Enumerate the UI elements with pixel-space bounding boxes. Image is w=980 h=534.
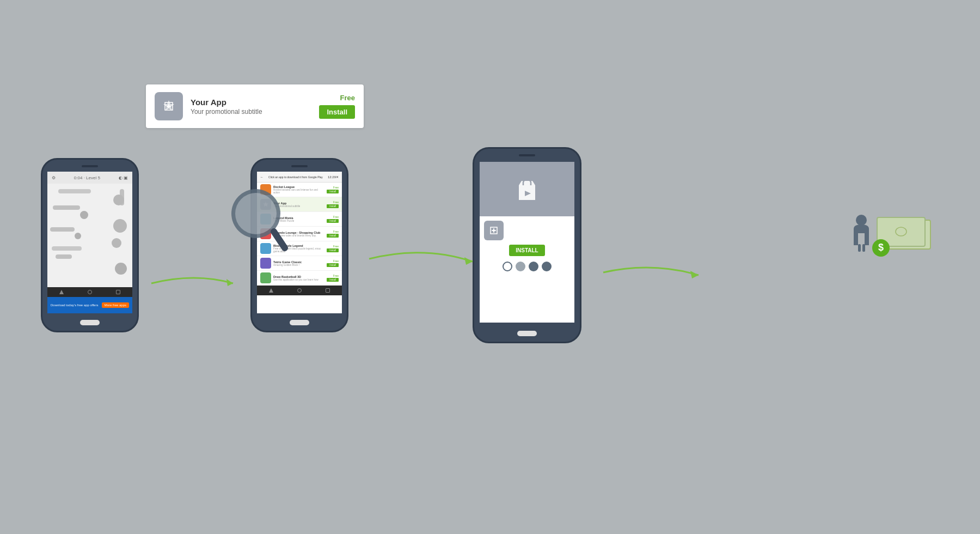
store-item-right-highlight: Free Install <box>327 201 339 208</box>
ad-price: Free <box>340 94 355 102</box>
game-element <box>52 246 82 251</box>
svg-marker-6 <box>690 271 699 278</box>
store-price-7: Free <box>333 274 339 277</box>
dollar-circle: $ <box>872 239 890 257</box>
phone1-home-btn <box>80 320 100 325</box>
recent-nav-icon-2 <box>326 288 330 293</box>
store-item-info-7: Draw Basketball 3D Use this application … <box>273 275 324 281</box>
store-app-icon-6 <box>260 258 271 269</box>
store-title-text: Click an app to download it from Google … <box>264 175 328 179</box>
game-element <box>113 219 127 233</box>
detail-dot-2 <box>516 262 525 271</box>
store-item-6: Tetris Game Classic Amazing Golden Block… <box>257 256 342 271</box>
game-ad-banner: Download today's free app offers More fr… <box>47 297 132 313</box>
detail-body: INSTALL <box>480 216 574 276</box>
home-nav-icon <box>88 290 92 294</box>
ad-app-icon <box>155 92 183 120</box>
phone1-screen: ⚙ 0:04 · Level 5 ◐ ▣ Download today's fr… <box>47 172 132 313</box>
ad-app-subtitle: Your promotional subtitle <box>191 108 311 116</box>
store-price-3: Free <box>333 215 339 219</box>
store-app-desc-7: Use this application so you can learn ho… <box>273 278 324 281</box>
store-install-3[interactable]: Install <box>327 219 339 223</box>
store-item-right-1: Free Install <box>327 186 339 193</box>
game-level: 0:04 · Level 5 <box>74 175 100 180</box>
game-element <box>50 227 75 232</box>
store-app-desc-6: Amazing Golden Block ! <box>273 264 324 266</box>
detail-hero <box>480 162 574 216</box>
phone-3-detail: INSTALL <box>473 147 581 343</box>
ad-install-button[interactable]: Install <box>319 105 355 119</box>
store-price-6: Free <box>333 259 339 263</box>
store-install-1[interactable]: Install <box>327 190 339 193</box>
svg-point-7 <box>856 215 867 226</box>
store-install-highlight[interactable]: Install <box>327 204 339 208</box>
store-install-5[interactable]: Install <box>327 248 339 252</box>
store-header: ← Click an app to download it from Googl… <box>257 172 342 183</box>
game-element <box>56 254 72 259</box>
arrow-2 <box>364 240 483 278</box>
store-item-info-6: Tetris Game Classic Amazing Golden Block… <box>273 260 324 266</box>
detail-install-button[interactable]: INSTALL <box>509 245 544 256</box>
store-install-6[interactable]: Install <box>327 263 339 267</box>
game-element <box>113 195 124 205</box>
person-icon <box>849 213 874 256</box>
store-install-4[interactable]: Install <box>327 234 339 238</box>
game-nav-bar <box>47 287 132 297</box>
detail-dot-3 <box>529 262 538 271</box>
store-item-7: Draw Basketball 3D Use this application … <box>257 271 342 286</box>
phone1-speaker <box>82 165 98 167</box>
phone3-home-btn <box>517 331 537 336</box>
store-price-1: Free <box>333 186 339 189</box>
ad-text-block: Your App Your promotional subtitle <box>191 98 311 116</box>
store-price-highlight: Free <box>333 201 339 204</box>
store-time: 12:29 <box>328 175 336 179</box>
svg-point-2 <box>235 193 277 234</box>
svg-point-10 <box>896 227 906 236</box>
detail-app-icon <box>484 221 504 240</box>
bill-decoration <box>890 225 912 239</box>
recent-nav-icon <box>116 290 120 294</box>
store-price-5: Free <box>333 245 339 248</box>
game-element <box>112 238 121 248</box>
phone2-home-btn <box>290 320 309 325</box>
detail-app-row <box>484 221 570 240</box>
arrow-1 <box>146 267 244 300</box>
ad-banner: Your App Your promotional subtitle Free … <box>146 84 364 128</box>
game-controls: ◐ ▣ <box>119 175 128 180</box>
ad-action-block: Free Install <box>319 94 355 119</box>
home-nav-icon-2 <box>297 288 302 293</box>
back-nav-icon <box>59 290 64 294</box>
magnifying-glass <box>226 185 291 256</box>
dollar-sign: $ <box>878 242 884 253</box>
phone3-speaker <box>519 154 535 156</box>
money-container: $ <box>877 217 934 252</box>
svg-rect-9 <box>862 244 865 252</box>
store-item-right-6: Free Install <box>327 259 339 267</box>
svg-rect-8 <box>858 244 861 252</box>
game-element <box>58 189 91 193</box>
phone3-screen: INSTALL <box>480 162 574 323</box>
detail-dot-1 <box>503 262 512 271</box>
game-element <box>80 211 88 219</box>
store-nav-bar <box>257 286 342 295</box>
svg-marker-4 <box>464 257 473 265</box>
store-item-right-5: Free Install <box>327 245 339 252</box>
revenue-section: $ <box>849 213 934 256</box>
detail-dots-row <box>484 262 570 271</box>
game-element <box>75 233 81 239</box>
game-element <box>53 205 80 210</box>
game-content <box>47 184 132 287</box>
store-price-4: Free <box>333 230 339 233</box>
back-nav-icon-2 <box>269 288 273 293</box>
store-item-right-3: Free Install <box>327 215 339 223</box>
game-banner-button[interactable]: More free apps <box>102 302 129 308</box>
game-banner-text: Download today's free app offers <box>51 304 98 307</box>
store-install-7[interactable]: Install <box>327 278 339 282</box>
game-settings-icon: ⚙ <box>52 175 56 180</box>
store-item-right-4: Free Install <box>327 230 339 238</box>
store-item-right-7: Free Install <box>327 274 339 282</box>
game-header: ⚙ 0:04 · Level 5 ◐ ▣ <box>47 172 132 184</box>
svg-line-3 <box>274 232 285 248</box>
store-app-icon-7 <box>260 272 271 283</box>
game-element <box>115 263 127 275</box>
